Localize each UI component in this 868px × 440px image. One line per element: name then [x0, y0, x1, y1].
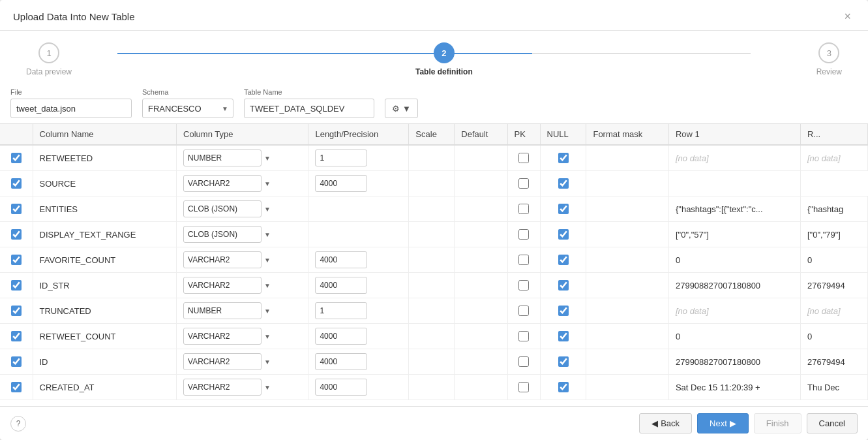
row-pk-checkbox-5[interactable]: [518, 280, 529, 291]
row-null-checkbox-5[interactable]: [558, 280, 569, 291]
row-type-select-2[interactable]: NUMBERVARCHAR2CLOB (JSON)DATETIMESTAMPFL…: [183, 200, 262, 217]
row-length-input-5[interactable]: [315, 277, 367, 294]
row-length-input-7[interactable]: [315, 328, 367, 345]
row-column-name: FAVORITE_COUNT: [33, 247, 177, 273]
row-column-name: SOURCE: [33, 171, 177, 196]
row-pk-checkbox-8[interactable]: [518, 356, 529, 367]
row-scale: [409, 145, 455, 171]
row-checkbox-9[interactable]: [11, 382, 22, 392]
row-checkbox-2[interactable]: [11, 204, 22, 214]
row-length-input-8[interactable]: [315, 353, 367, 370]
row-null-checkbox-2[interactable]: [558, 204, 569, 214]
row-null-checkbox-7[interactable]: [558, 331, 569, 341]
row-null-checkbox-0[interactable]: [558, 153, 569, 163]
file-group: File: [10, 88, 132, 118]
row-column-name: ENTITIES: [33, 196, 177, 222]
row-column-name: ID: [33, 349, 177, 375]
finish-button[interactable]: Finish: [754, 413, 801, 433]
row-length-input-9[interactable]: [315, 379, 367, 396]
row-null-checkbox-8[interactable]: [558, 356, 569, 367]
row-pk-checkbox-1[interactable]: [518, 178, 529, 189]
row-null-checkbox-4[interactable]: [558, 255, 569, 265]
footer-left: ?: [10, 416, 26, 432]
row-column-type-cell: NUMBERVARCHAR2CLOB (JSON)DATETIMESTAMPFL…: [177, 349, 308, 375]
row-format-mask: [586, 273, 669, 298]
help-button[interactable]: ?: [10, 416, 26, 432]
row-type-select-5[interactable]: NUMBERVARCHAR2CLOB (JSON)DATETIMESTAMPFL…: [183, 277, 262, 294]
col-header-scale: Scale: [409, 124, 455, 145]
col-header-column-type: Column Type: [177, 124, 308, 145]
row-type-select-9[interactable]: NUMBERVARCHAR2CLOB (JSON)DATETIMESTAMPFL…: [183, 379, 262, 396]
close-button[interactable]: ×: [840, 9, 855, 24]
row-pk-checkbox-0[interactable]: [518, 153, 529, 163]
row-format-mask: [586, 298, 669, 324]
row-pk-cell: [507, 171, 540, 196]
row-format-mask: [586, 145, 669, 171]
row-type-select-1[interactable]: NUMBERVARCHAR2CLOB (JSON)DATETIMESTAMPFL…: [183, 175, 262, 192]
row-length-input-6[interactable]: [315, 302, 367, 319]
row-checkbox-0[interactable]: [11, 153, 22, 163]
row-row2: {"hashtag: [800, 196, 867, 222]
row-pk-checkbox-4[interactable]: [518, 255, 529, 265]
gear-button[interactable]: ⚙ ▼: [385, 99, 418, 118]
table-row: ENTITIES NUMBERVARCHAR2CLOB (JSON)DATETI…: [0, 196, 868, 222]
row-row1: [no data]: [668, 298, 800, 324]
table-container[interactable]: Column Name Column Type Length/Precision…: [0, 124, 868, 406]
row-null-checkbox-1[interactable]: [558, 178, 569, 189]
step-2-label: Table definition: [415, 67, 473, 76]
row-type-select-6[interactable]: NUMBERVARCHAR2CLOB (JSON)DATETIMESTAMPFL…: [183, 302, 262, 319]
row-pk-cell: [507, 375, 540, 400]
row-type-select-7[interactable]: NUMBERVARCHAR2CLOB (JSON)DATETIMESTAMPFL…: [183, 328, 262, 345]
row-default: [455, 375, 507, 400]
col-type-arrow-icon: ▼: [264, 206, 271, 213]
row-type-select-4[interactable]: NUMBERVARCHAR2CLOB (JSON)DATETIMESTAMPFL…: [183, 251, 262, 268]
table-row: FAVORITE_COUNT NUMBERVARCHAR2CLOB (JSON)…: [0, 247, 868, 273]
next-button[interactable]: Next ▶: [697, 413, 749, 433]
row-pk-checkbox-7[interactable]: [518, 331, 529, 341]
row-null-cell: [540, 375, 586, 400]
row-pk-cell: [507, 196, 540, 222]
row-type-select-8[interactable]: NUMBERVARCHAR2CLOB (JSON)DATETIMESTAMPFL…: [183, 353, 262, 370]
row-pk-cell: [507, 222, 540, 247]
row-checkbox-8[interactable]: [11, 356, 22, 367]
row-row1: 0: [668, 247, 800, 273]
row-checkbox-7[interactable]: [11, 331, 22, 341]
row-type-select-3[interactable]: NUMBERVARCHAR2CLOB (JSON)DATETIMESTAMPFL…: [183, 226, 262, 243]
row-null-checkbox-3[interactable]: [558, 229, 569, 240]
row-pk-checkbox-2[interactable]: [518, 204, 529, 214]
row-length: [308, 247, 409, 273]
row-checkbox-3[interactable]: [11, 229, 22, 240]
row-column-type-cell: NUMBERVARCHAR2CLOB (JSON)DATETIMESTAMPFL…: [177, 298, 308, 324]
row-null-cell: [540, 349, 586, 375]
stepper: 1 Data preview 2 Table definition 3 Revi…: [0, 31, 868, 82]
row-checkbox-cell: [0, 298, 33, 324]
row-length-input-0[interactable]: [315, 149, 367, 166]
cancel-button[interactable]: Cancel: [807, 413, 858, 433]
table-name-input[interactable]: [244, 99, 374, 118]
row-pk-checkbox-3[interactable]: [518, 229, 529, 240]
step-3: 3 Review: [816, 42, 842, 76]
file-input[interactable]: [10, 99, 132, 118]
file-label: File: [10, 88, 132, 96]
col-type-arrow-icon: ▼: [264, 231, 271, 238]
row-null-checkbox-9[interactable]: [558, 382, 569, 392]
row-checkbox-6[interactable]: [11, 306, 22, 316]
row-checkbox-5[interactable]: [11, 280, 22, 291]
row-scale: [409, 196, 455, 222]
row-row1: 279908827007180800: [668, 273, 800, 298]
back-button[interactable]: ◀ Back: [639, 413, 692, 433]
row-checkbox-cell: [0, 273, 33, 298]
row-checkbox-1[interactable]: [11, 178, 22, 189]
row-row1: [no data]: [668, 145, 800, 171]
row-checkbox-cell: [0, 171, 33, 196]
row-pk-checkbox-9[interactable]: [518, 382, 529, 392]
row-length-input-4[interactable]: [315, 251, 367, 268]
schema-select[interactable]: FRANCESCO: [142, 99, 233, 118]
row-length-input-1[interactable]: [315, 175, 367, 192]
row-type-select-0[interactable]: NUMBERVARCHAR2CLOB (JSON)DATETIMESTAMPFL…: [183, 149, 262, 166]
row-column-type-cell: NUMBERVARCHAR2CLOB (JSON)DATETIMESTAMPFL…: [177, 145, 308, 171]
row-pk-checkbox-6[interactable]: [518, 306, 529, 316]
row-null-checkbox-6[interactable]: [558, 306, 569, 316]
table-header-row: Column Name Column Type Length/Precision…: [0, 124, 868, 145]
row-checkbox-4[interactable]: [11, 255, 22, 265]
